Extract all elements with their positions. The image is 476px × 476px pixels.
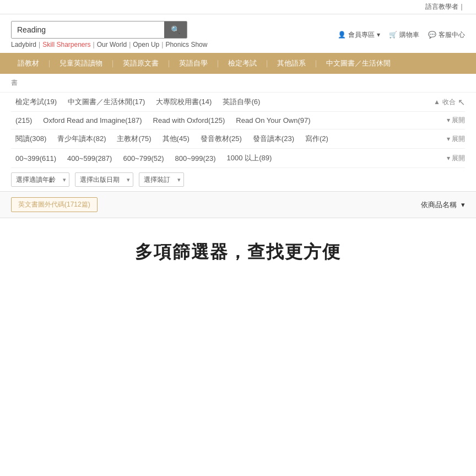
filter-tag[interactable]: 400~599(287)	[63, 153, 116, 164]
search-area: 🔍 Ladybird | Skill Sharpeners | Our Worl…	[0, 14, 476, 53]
filter-tag[interactable]: 1000 以上(89)	[223, 152, 277, 164]
filter-tag[interactable]: Oxford Read and Imagine(187)	[39, 115, 146, 126]
service-label: 客服中心	[439, 30, 465, 40]
filter-tag[interactable]: 大專院校用書(14)	[152, 96, 216, 108]
filter-tag[interactable]: 600~799(52)	[118, 153, 168, 164]
filter-tag[interactable]: 閱讀(308)	[11, 133, 51, 145]
search-button[interactable]: 🔍	[164, 21, 187, 38]
member-link[interactable]: 👤 會員專區 ▾	[338, 30, 380, 40]
nav-item-children[interactable]: 兒童英語讀物	[53, 53, 109, 74]
filter-tag[interactable]: 其他(45)	[158, 133, 194, 145]
cart-label: 購物車	[399, 30, 419, 40]
nav-item-teaching[interactable]: 語教材	[11, 53, 46, 74]
filter-tag[interactable]: 00~399(611)	[11, 153, 61, 164]
sort-right: 依商品名稱 ▾	[421, 200, 465, 210]
breadcrumb-title: 書	[11, 78, 18, 88]
filter-tag[interactable]: Read On Your Own(97)	[231, 115, 315, 126]
link-our-world[interactable]: Our World	[97, 41, 127, 48]
link-phonics-show[interactable]: Phonics Show	[165, 41, 207, 48]
expand-button-2[interactable]: ▾ 展開	[447, 116, 465, 125]
header-right: 👤 會員專區 ▾ 🛒 購物車 💬 客服中心	[338, 30, 465, 40]
filter-tag[interactable]: Read with Oxford(125)	[149, 115, 230, 126]
search-icon: 🔍	[171, 25, 180, 34]
search-links: Ladybird | Skill Sharpeners | Our World …	[11, 41, 207, 48]
date-select[interactable]: 選擇出版日期	[75, 172, 133, 187]
promo-text: 多項篩選器，查找更方便	[135, 242, 341, 262]
search-input[interactable]	[12, 21, 164, 38]
cart-link[interactable]: 🛒 購物車	[389, 30, 419, 40]
cursor-indicator: ↖	[458, 97, 465, 107]
nav-item-exam[interactable]: 檢定考試	[221, 53, 263, 74]
link-open-up[interactable]: Open Up	[133, 41, 159, 48]
filter-tag[interactable]: 主教材(75)	[112, 133, 155, 145]
link-ladybird[interactable]: Ladybird	[11, 41, 36, 48]
expand-button-3[interactable]: ▾ 展開	[447, 134, 465, 144]
nav-item-self[interactable]: 英語自學	[172, 53, 214, 74]
member-dropdown-icon: ▾	[377, 31, 380, 39]
collapse-label: 收合	[442, 98, 456, 107]
filter-row-3: 閱讀(308) 青少年讀本(82) 主教材(75) 其他(45) 發音教材(25…	[11, 129, 465, 149]
search-left: 🔍 Ladybird | Skill Sharpeners | Our Worl…	[11, 21, 207, 48]
age-select-wrap: 選擇適讀年齡	[11, 172, 69, 187]
filter-tag[interactable]: (215)	[11, 115, 36, 126]
results-tab[interactable]: 英文書圖外代碼(1712篇)	[11, 197, 98, 212]
filter-tag[interactable]: 檢定考試(19)	[11, 96, 61, 108]
nav-item-original[interactable]: 英語原文書	[116, 53, 165, 74]
expand-button-4[interactable]: ▾ 展開	[447, 154, 465, 163]
nav-bar: 語教材 ｜ 兒童英語讀物 ｜ 英語原文書 ｜ 英語自學 ｜ 檢定考試 ｜ 其他語…	[0, 53, 476, 74]
top-bar: 語言教學者｜	[0, 0, 476, 14]
search-box: 🔍	[11, 21, 187, 39]
cart-icon: 🛒	[389, 31, 397, 39]
binding-select-wrap: 選擇裝訂	[139, 172, 184, 187]
binding-select[interactable]: 選擇裝訂	[139, 172, 184, 187]
filter-tag[interactable]: 英語自學(6)	[218, 96, 264, 108]
age-select[interactable]: 選擇適讀年齡	[11, 172, 69, 187]
filter-section: 檢定考試(19) 中文圖書／生活休閒(17) 大專院校用書(14) 英語自學(6…	[0, 93, 476, 191]
filter-tag[interactable]: 發音教材(25)	[196, 133, 246, 145]
filter-tag[interactable]: 800~999(23)	[171, 153, 220, 164]
sort-label: 依商品名稱	[421, 200, 457, 210]
dropdowns-row: 選擇適讀年齡 選擇出版日期 選擇裝訂	[11, 168, 465, 191]
filter-tag[interactable]: 寫作(2)	[301, 133, 333, 145]
service-icon: 💬	[428, 31, 436, 39]
member-label: 會員專區	[348, 30, 375, 40]
filter-tag[interactable]: 青少年讀本(82)	[53, 133, 110, 145]
collapse-icon: ▲	[434, 98, 440, 106]
filter-tag[interactable]: 中文圖書／生活休閒(17)	[63, 96, 149, 108]
nav-item-chinese[interactable]: 中文圖書／生活休閒	[320, 53, 397, 74]
breadcrumb-area: 書	[0, 74, 476, 93]
link-skill-sharpeners[interactable]: Skill Sharpeners	[42, 41, 90, 48]
top-bar-label: 語言教學者｜	[425, 3, 465, 10]
service-link[interactable]: 💬 客服中心	[428, 30, 465, 40]
collapse-button-1[interactable]: ▲ 收合 ↖	[434, 97, 465, 107]
results-count: 英文書圖外代碼(1712篇)	[18, 201, 90, 208]
date-select-wrap: 選擇出版日期	[75, 172, 133, 187]
member-icon: 👤	[338, 31, 346, 39]
nav-item-other-lang[interactable]: 其他語系	[271, 53, 312, 74]
promo-text-area: 多項篩選器，查找更方便	[0, 218, 476, 286]
filter-row-1: 檢定考試(19) 中文圖書／生活休閒(17) 大專院校用書(14) 英語自學(6…	[11, 93, 465, 112]
filter-tag[interactable]: 發音讀本(23)	[248, 133, 299, 145]
filter-row-2: (215) Oxford Read and Imagine(187) Read …	[11, 112, 465, 129]
sort-dropdown-icon: ▾	[461, 201, 465, 209]
filter-row-4: 00~399(611) 400~599(287) 600~799(52) 800…	[11, 149, 465, 168]
results-bar: 英文書圖外代碼(1712篇) 依商品名稱 ▾	[0, 191, 476, 218]
